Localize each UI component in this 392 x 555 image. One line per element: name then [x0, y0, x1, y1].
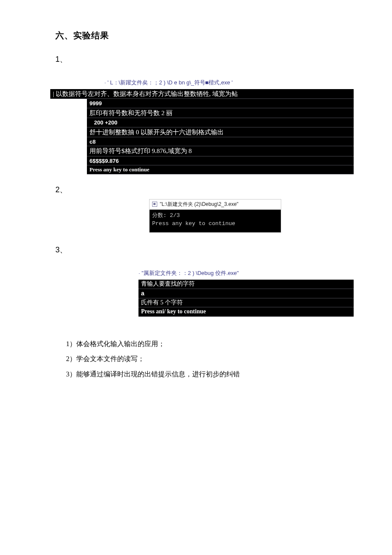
section-2-label: 2、 — [55, 185, 392, 195]
console-2-titlebar: "L:\新建文件夹 (2)\Debug\2_3.exe" — [149, 199, 281, 210]
console-window-2: "L:\新建文件夹 (2)\Debug\2_3.exe" 分数: 2/3 Pre… — [149, 199, 281, 233]
spacer — [0, 69, 392, 79]
console-2-title-text: "L:\新建文件夹 (2)\Debug\2_3.exe" — [160, 201, 239, 208]
section-3-label: 3、 — [55, 245, 392, 255]
window-icon — [152, 202, 157, 207]
console-3-line: 氏件有 5 个字符 — [138, 298, 354, 308]
console-3-line: 青输人要査找的字符 — [138, 280, 354, 289]
console-3-line: Press ani/ key to continue — [138, 307, 354, 317]
console-2-body: 分数: 2/3 Press any key to continue — [149, 210, 281, 233]
console-1-line: 肛印有符号数和无符号数 2 丽 — [87, 108, 354, 118]
spacer — [0, 233, 392, 245]
console-1-line: Press any key to continue — [87, 165, 354, 174]
section-heading: 六、实验结果 — [55, 30, 392, 41]
summary-points: 1）体会格式化输入输出的应用； 2）学会文本文件的读写； 3）能够通过编译时出现… — [66, 336, 392, 382]
console-1-line: c8 — [87, 137, 354, 147]
console-3-path: · "厲新定文件夹：：2 ) \Debug 佼件.exe" — [138, 269, 392, 277]
summary-point-1: 1）体会格式化输入输出的应用； — [66, 336, 392, 351]
console-1-path: · ' L：\新躍文件矣：；2 ) \D e bn g\_符号■楷式,exe ' — [104, 79, 392, 87]
spacer — [0, 259, 392, 269]
spacer — [0, 174, 392, 185]
summary-point-3: 3）能够通过编译时出现的出错提示信息，进行初步的纠错 — [66, 367, 392, 382]
console-output-1: | 以数据符号左对齐、数据本身右对齐方式输出整数牺牲, 域宽为鲇 9999 肛印… — [50, 89, 354, 174]
console-1-line: 用前导符号$格式打印 9.876,域宽为 8 — [87, 146, 354, 156]
console-3-line: a — [138, 289, 354, 298]
console-1-line: 舒十进制整数抽 0 以脈开头的十六进制格式输出 — [87, 127, 354, 137]
console-1-line: | 以数据符号左对齐、数据本身右对齐方式输出整数牺牲, 域宽为鲇 — [50, 89, 354, 99]
console-1-line: 200 +200 — [87, 118, 354, 127]
page: 六、实验结果 1、 · ' L：\新躍文件矣：；2 ) \D e bn g\_符… — [0, 0, 392, 382]
console-output-3: 青输人要査找的字符 a 氏件有 5 个字符 Press ani/ key to … — [138, 280, 354, 317]
console-1-line: 6$$$$9.876 — [87, 156, 354, 166]
console-1-line: 9999 — [87, 99, 354, 108]
summary-point-2: 2）学会文本文件的读写； — [66, 351, 392, 366]
section-1-label: 1、 — [55, 54, 392, 64]
